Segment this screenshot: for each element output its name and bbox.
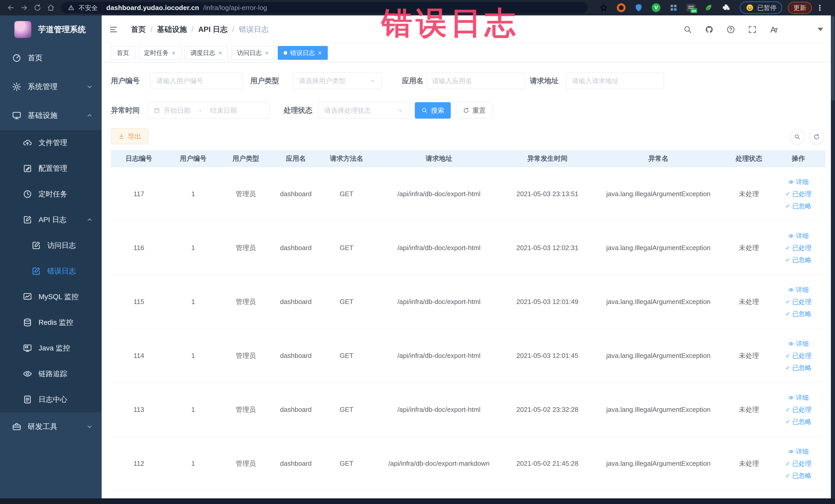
detail-link[interactable]: 详细 — [788, 285, 809, 294]
processed-link[interactable]: ✓已处理 — [786, 351, 811, 360]
ignored-link[interactable]: ✓已忽略 — [786, 310, 811, 318]
github-icon[interactable] — [704, 24, 714, 35]
chart-icon — [23, 292, 32, 302]
ignored-link[interactable]: ✓已忽略 — [786, 256, 811, 264]
sidebar-item-devtools[interactable]: 研发工具 — [0, 412, 102, 441]
sidebar-item-error-log[interactable]: 错误日志 — [0, 258, 102, 284]
fullscreen-icon[interactable] — [747, 24, 757, 35]
scrollbar-thumb[interactable] — [831, 16, 834, 101]
search-button[interactable]: 搜索 — [415, 102, 451, 119]
check-icon: ✓ — [786, 407, 790, 412]
update-button[interactable]: 更新 — [788, 2, 812, 14]
ignored-link[interactable]: ✓已忽略 — [786, 202, 811, 210]
toggle-search-button[interactable] — [790, 129, 805, 144]
ignored-link[interactable]: ✓已忽略 — [786, 418, 811, 426]
reset-button[interactable]: 重置 — [456, 102, 493, 119]
detail-link[interactable]: 详细 — [788, 339, 809, 348]
process-status-select[interactable]: 请选择处理状态 — [318, 102, 409, 119]
cell-status: 未处理 — [727, 437, 771, 490]
tab-错误日志[interactable]: 错误日志 × — [278, 46, 328, 60]
app-name-input[interactable] — [426, 73, 525, 89]
processed-link[interactable]: ✓已处理 — [786, 244, 811, 252]
detail-link[interactable]: 详细 — [788, 231, 809, 240]
help-icon[interactable] — [726, 24, 736, 35]
profile-paused-badge[interactable]: 已暂停 — [740, 2, 782, 14]
sidebar-item-system[interactable]: 系统管理 — [0, 73, 102, 101]
processed-link[interactable]: ✓已处理 — [786, 190, 811, 198]
tab-定时任务[interactable]: 定时任务 × — [138, 46, 182, 60]
sidebar-item-trace[interactable]: 链路追踪 — [0, 361, 102, 387]
request-url-input[interactable] — [566, 73, 664, 89]
sidebar-item-log-center[interactable]: 日志中心 — [0, 387, 102, 412]
export-button[interactable]: 导出 — [111, 128, 148, 144]
browser-menu-icon[interactable]: ⋮ — [816, 3, 824, 12]
refresh-table-button[interactable] — [809, 129, 824, 144]
close-icon[interactable]: × — [218, 49, 222, 56]
screen: 不安全 dashboard.yudao.iocoder.cn/infra/log… — [0, 0, 835, 504]
cell-status: 未处理 — [727, 167, 771, 221]
sidebar-item-access-log[interactable]: 访问日志 — [0, 233, 102, 258]
ignored-link[interactable]: ✓已忽略 — [786, 471, 811, 480]
sidebar-item-mysql[interactable]: MySQL 监控 — [0, 284, 102, 310]
detail-link[interactable]: 详细 — [788, 178, 809, 186]
sidebar-item-home[interactable]: 首页 — [0, 44, 102, 73]
cell-status: 未处理 — [727, 383, 771, 437]
close-icon[interactable]: × — [172, 49, 176, 56]
font-size-icon[interactable] — [769, 24, 779, 35]
detail-link[interactable]: 详细 — [788, 394, 809, 402]
extension-blue-icon[interactable] — [633, 3, 644, 13]
page-scrollbar[interactable] — [831, 15, 835, 498]
cell-actions: 详细✓已处理✓已忽略 — [771, 167, 826, 221]
sidebar-item-api-log[interactable]: API 日志 — [0, 207, 102, 233]
db-icon — [23, 318, 32, 327]
reload-icon[interactable] — [31, 2, 44, 13]
extension-leaf-icon[interactable] — [703, 3, 714, 13]
sidebar-item-redis[interactable]: Redis 监控 — [0, 310, 102, 335]
doc-icon — [23, 395, 32, 404]
processed-link[interactable]: ✓已处理 — [786, 459, 811, 468]
home-icon[interactable] — [44, 2, 58, 13]
cell-exception-time: 2021-05-02 23:32:28 — [504, 383, 590, 437]
search-icon[interactable] — [683, 24, 693, 35]
chevron-icon — [86, 423, 93, 430]
tab-调度日志[interactable]: 调度日志 × — [185, 46, 228, 60]
forward-icon[interactable] — [18, 2, 31, 13]
back-icon[interactable] — [4, 2, 18, 13]
sidebar-item-config[interactable]: 配置管理 — [0, 156, 102, 181]
edit-square-icon — [23, 215, 32, 225]
avatar[interactable] — [790, 22, 806, 38]
app-logo-row[interactable]: 芋道管理系统 — [0, 15, 102, 44]
tab-首页[interactable]: 首页 — [111, 46, 135, 60]
close-icon[interactable]: × — [265, 49, 268, 56]
cell-user-type: 管理员 — [220, 221, 272, 275]
detail-link[interactable]: 详细 — [788, 447, 809, 456]
breadcrumb-item[interactable]: 基础设施 — [157, 24, 187, 35]
collapse-menu-icon[interactable] — [108, 24, 119, 35]
processed-link[interactable]: ✓已处理 — [786, 405, 811, 414]
sidebar-item-infra[interactable]: 基础设施 — [0, 101, 102, 130]
tab-访问日志[interactable]: 访问日志 × — [231, 46, 274, 60]
date-range-picker[interactable]: 开始日期 - 结束日期 — [148, 102, 269, 119]
extension-orange-icon[interactable] — [616, 3, 626, 13]
extension-grid-icon[interactable] — [668, 3, 679, 13]
cell-request-url: /api/infra/db-doc/export-html — [373, 275, 504, 329]
sidebar-item-job[interactable]: 定时任务 — [0, 181, 102, 207]
breadcrumb-item[interactable]: API 日志 — [198, 24, 227, 35]
sidebar-item-file[interactable]: 文件管理 — [0, 130, 102, 156]
processed-link[interactable]: ✓已处理 — [786, 298, 811, 306]
extension-green-icon[interactable]: V — [651, 3, 661, 13]
sidebar-item-java[interactable]: Java 监控 — [0, 335, 102, 361]
user-menu-caret-icon[interactable] — [817, 28, 823, 31]
bookmark-star-icon[interactable] — [598, 3, 609, 13]
topbar-icons — [683, 22, 823, 38]
user-id-input[interactable] — [150, 73, 242, 89]
table-body: 117 1 管理员 dashboard GET /api/infra/db-do… — [111, 167, 826, 491]
cell-app-name: dashboard — [272, 437, 320, 490]
chevron-icon — [86, 83, 93, 90]
extension-on-icon[interactable]: on — [686, 3, 696, 13]
ignored-link[interactable]: ✓已忽略 — [786, 364, 811, 372]
extensions-puzzle-icon[interactable] — [721, 3, 731, 13]
user-type-select[interactable]: 请选择用户类型 — [293, 73, 382, 89]
breadcrumb-item[interactable]: 首页 — [131, 24, 146, 35]
close-icon[interactable]: × — [318, 49, 322, 56]
